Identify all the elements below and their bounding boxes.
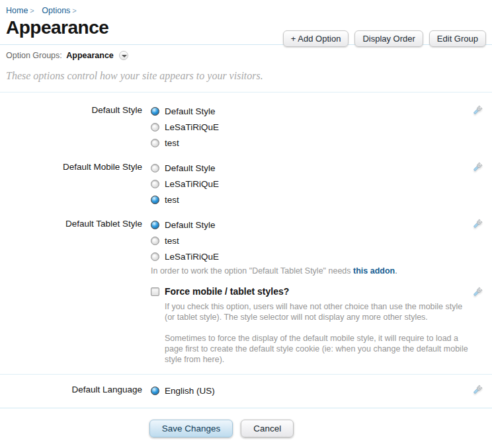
- option-label: Default Mobile Style: [0, 160, 142, 172]
- radio-label: test: [165, 138, 179, 148]
- wrench-icon[interactable]: [472, 162, 483, 172]
- page-description: These options control how your site appe…: [0, 65, 492, 92]
- chevron-down-icon[interactable]: [119, 51, 128, 60]
- radio-test[interactable]: test: [151, 135, 471, 151]
- radio-icon[interactable]: [151, 107, 159, 116]
- breadcrumb: Home> Options>: [0, 0, 492, 15]
- radio-label: Default Style: [165, 106, 216, 116]
- radio-label: LeSaTiRiQuE: [165, 179, 219, 189]
- wrench-icon[interactable]: [472, 105, 483, 116]
- radio-icon[interactable]: [151, 221, 159, 229]
- wrench-column: [471, 217, 492, 231]
- checkbox-label: Force mobile / tablet styles?: [165, 286, 289, 297]
- radio-label: Default Style: [165, 220, 216, 230]
- cancel-button[interactable]: Cancel: [241, 420, 294, 437]
- option-row-default-language: Default Language English (US): [0, 383, 492, 398]
- radio-icon[interactable]: [151, 164, 159, 172]
- wrench-icon[interactable]: [472, 219, 483, 229]
- radio-label: LeSaTiRiQuE: [165, 252, 219, 262]
- hint-text: In order to work the option "Default Tab…: [151, 266, 353, 276]
- option-row-default-tablet-style: Default Tablet Style Default Style test …: [0, 217, 492, 276]
- radio-icon[interactable]: [151, 180, 159, 188]
- radio-icon[interactable]: [151, 252, 159, 261]
- option-groups-row: Option Groups: Appearance: [0, 45, 492, 65]
- appearance-options-form: Default Style Default Style LeSaTiRiQuE …: [0, 93, 492, 365]
- radio-label: test: [165, 195, 179, 205]
- hint-suffix: .: [395, 266, 397, 276]
- radio-group-default-tablet-style: Default Style test LeSaTiRiQuE In order …: [142, 217, 471, 276]
- checkbox-icon[interactable]: [151, 287, 159, 296]
- radio-test[interactable]: test: [151, 192, 471, 207]
- radio-english-us[interactable]: English (US): [151, 383, 471, 398]
- display-order-button[interactable]: Display Order: [354, 30, 423, 47]
- page-header: Appearance + Add Option Display Order Ed…: [0, 17, 492, 38]
- save-changes-button[interactable]: Save Changes: [149, 420, 233, 437]
- add-option-button[interactable]: + Add Option: [283, 30, 349, 47]
- wrench-icon[interactable]: [472, 385, 483, 395]
- option-row-force-mobile-tablet: Force mobile / tablet styles? If you che…: [0, 285, 492, 365]
- wrench-icon[interactable]: [472, 287, 483, 297]
- radio-label: LeSaTiRiQuE: [165, 122, 219, 132]
- radio-icon[interactable]: [151, 196, 159, 204]
- option-label: Default Style: [0, 103, 142, 115]
- radio-lesatirique[interactable]: LeSaTiRiQuE: [151, 119, 471, 135]
- breadcrumb-options-link[interactable]: Options: [42, 6, 70, 15]
- checkbox-explain-2: Sometimes to force the display of the de…: [165, 333, 471, 365]
- radio-label: Default Style: [165, 163, 216, 173]
- radio-group-default-style: Default Style LeSaTiRiQuE test: [142, 103, 471, 151]
- checkbox-explain-1: If you check this option, users will hav…: [165, 301, 471, 322]
- force-styles-checkbox-row[interactable]: Force mobile / tablet styles?: [151, 285, 471, 298]
- radio-icon[interactable]: [151, 139, 159, 147]
- radio-lesatirique[interactable]: LeSaTiRiQuE: [151, 248, 471, 264]
- language-section: Default Language English (US): [0, 375, 492, 408]
- option-row-default-style: Default Style Default Style LeSaTiRiQuE …: [0, 103, 492, 151]
- wrench-column: [471, 160, 492, 174]
- radio-icon[interactable]: [151, 123, 159, 131]
- option-row-default-mobile-style: Default Mobile Style Default Style LeSaT…: [0, 160, 492, 207]
- radio-default-style[interactable]: Default Style: [151, 103, 471, 119]
- edit-group-button[interactable]: Edit Group: [429, 30, 486, 47]
- radio-lesatirique[interactable]: LeSaTiRiQuE: [151, 176, 471, 192]
- radio-label: English (US): [165, 386, 215, 396]
- wrench-column: [471, 383, 492, 397]
- radio-default-style[interactable]: Default Style: [151, 160, 471, 176]
- radio-group-default-mobile-style: Default Style LeSaTiRiQuE test: [142, 160, 471, 207]
- option-label: Default Language: [0, 383, 142, 394]
- radio-icon[interactable]: [151, 387, 159, 395]
- radio-group-default-language: English (US): [142, 383, 471, 398]
- option-label-empty: [0, 285, 142, 287]
- radio-label: test: [165, 236, 179, 246]
- breadcrumb-separator: >: [72, 7, 76, 15]
- radio-test[interactable]: test: [151, 233, 471, 248]
- breadcrumb-home-link[interactable]: Home: [6, 6, 28, 15]
- option-label: Default Tablet Style: [0, 217, 142, 229]
- this-addon-link[interactable]: this addon: [353, 266, 395, 276]
- breadcrumb-separator: >: [30, 7, 34, 15]
- header-actions: + Add Option Display Order Edit Group: [283, 30, 486, 47]
- option-groups-selected: Appearance: [66, 51, 114, 60]
- wrench-column: [471, 285, 492, 299]
- form-footer: Save Changes Cancel: [0, 408, 492, 437]
- radio-default-style[interactable]: Default Style: [151, 217, 471, 233]
- tablet-style-hint: In order to work the option "Default Tab…: [151, 266, 471, 276]
- wrench-column: [471, 103, 492, 118]
- radio-icon[interactable]: [151, 237, 159, 245]
- option-groups-label: Option Groups:: [6, 51, 62, 60]
